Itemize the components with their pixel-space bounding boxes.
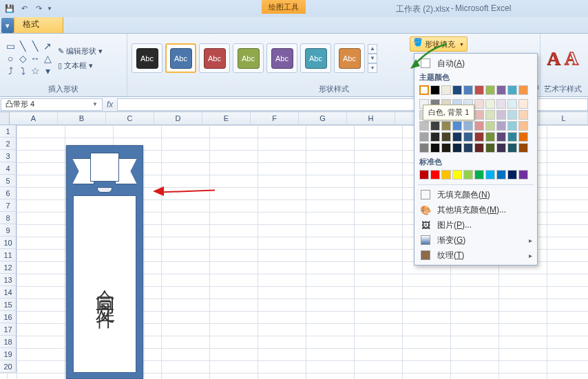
textbox-button[interactable]: ▯ 文本框▾: [58, 58, 103, 72]
shape-diag-icon[interactable]: ◇: [17, 52, 29, 65]
theme-color-swatch[interactable]: [485, 85, 495, 95]
shape-star-icon[interactable]: ☆: [29, 65, 41, 77]
theme-shade-swatch[interactable]: [485, 121, 495, 131]
theme-shade-swatch[interactable]: [474, 110, 484, 120]
theme-shade-swatch[interactable]: [419, 143, 429, 153]
row-header-7[interactable]: 7: [0, 199, 17, 212]
menu-texture[interactable]: 纹理(T) ▸: [417, 248, 535, 263]
theme-shade-swatch[interactable]: [474, 132, 484, 142]
column-header-F[interactable]: F: [251, 112, 299, 124]
undo-icon[interactable]: ↶: [18, 3, 30, 15]
theme-shade-swatch[interactable]: [419, 121, 429, 131]
row-header-13[interactable]: 13: [0, 274, 17, 286]
theme-shade-swatch[interactable]: [441, 121, 451, 131]
standard-color-swatch[interactable]: [518, 170, 528, 180]
menu-more-colors[interactable]: 🎨 其他填充颜色(M)...: [417, 202, 535, 217]
theme-color-swatch[interactable]: [441, 85, 451, 95]
shape-line-icon[interactable]: ╲: [17, 40, 29, 52]
row-header-12[interactable]: 12: [0, 261, 17, 274]
fx-icon[interactable]: fx: [107, 100, 113, 109]
shape-style-1[interactable]: Abc: [165, 43, 196, 73]
shape-style-2[interactable]: Abc: [199, 43, 230, 73]
column-header-D[interactable]: D: [154, 112, 202, 124]
shape-line2-icon[interactable]: ╲: [29, 40, 41, 52]
save-icon[interactable]: 💾: [3, 3, 16, 15]
theme-shade-swatch[interactable]: [496, 121, 506, 131]
row-header-6[interactable]: 6: [0, 187, 17, 199]
column-header-G[interactable]: G: [299, 112, 347, 124]
menu-no-fill[interactable]: 无填充颜色(N): [417, 187, 535, 202]
shape-rect-icon[interactable]: ▭: [4, 40, 17, 52]
theme-shade-swatch[interactable]: [474, 99, 484, 109]
row-header-9[interactable]: 9: [0, 224, 17, 237]
file-tab[interactable]: ▾: [1, 18, 14, 33]
redo-icon[interactable]: ↷: [32, 3, 45, 15]
row-header-16[interactable]: 16: [0, 311, 17, 323]
theme-color-swatch[interactable]: [507, 85, 517, 95]
row-header-8[interactable]: 8: [0, 212, 17, 224]
theme-color-swatch[interactable]: [452, 85, 462, 95]
standard-color-swatch[interactable]: [430, 170, 440, 180]
theme-shade-swatch[interactable]: [419, 132, 429, 142]
theme-shade-swatch[interactable]: [496, 143, 506, 153]
qat-customize-icon[interactable]: ▼: [47, 6, 52, 12]
theme-shade-swatch[interactable]: [507, 132, 517, 142]
shape-style-6[interactable]: Abc: [334, 43, 365, 73]
standard-color-swatch[interactable]: [419, 170, 429, 180]
row-header-11[interactable]: 11: [0, 249, 17, 261]
standard-color-swatch[interactable]: [496, 170, 506, 180]
theme-shade-swatch[interactable]: [452, 121, 462, 131]
theme-shade-swatch[interactable]: [485, 99, 495, 109]
standard-color-swatch[interactable]: [452, 170, 462, 180]
theme-shade-swatch[interactable]: [485, 110, 495, 120]
theme-color-swatch[interactable]: [474, 85, 484, 95]
shape-fill-button[interactable]: 形状填充 ▼: [410, 36, 468, 52]
theme-shade-swatch[interactable]: [518, 121, 528, 131]
theme-shade-swatch[interactable]: [452, 132, 462, 142]
theme-shade-swatch[interactable]: [485, 132, 495, 142]
menu-gradient[interactable]: 渐变(G) ▸: [417, 232, 535, 248]
theme-shade-swatch[interactable]: [430, 132, 440, 142]
name-box[interactable]: 凸带形 4 ▼: [1, 98, 103, 111]
row-header-4[interactable]: 4: [0, 162, 17, 175]
row-header-15[interactable]: 15: [0, 299, 17, 311]
theme-shade-swatch[interactable]: [518, 132, 528, 142]
row-header-19[interactable]: 19: [0, 348, 17, 360]
theme-shade-swatch[interactable]: [430, 121, 440, 131]
menu-auto[interactable]: 自动(A): [417, 56, 535, 71]
standard-color-swatch[interactable]: [507, 170, 517, 180]
theme-shade-swatch[interactable]: [507, 121, 517, 131]
row-header-5[interactable]: 5: [0, 175, 17, 187]
shape-style-4[interactable]: Abc: [266, 43, 297, 73]
standard-color-swatch[interactable]: [474, 170, 484, 180]
tab-格式[interactable]: 格式: [14, 15, 63, 33]
theme-shade-swatch[interactable]: [430, 143, 440, 153]
shape-curve-icon[interactable]: ⤵: [17, 65, 29, 77]
row-header-10[interactable]: 10: [0, 237, 17, 249]
shape-oval-icon[interactable]: ○: [4, 52, 17, 65]
shape-triangle-icon[interactable]: △: [41, 52, 54, 65]
gallery-up-icon[interactable]: ▲: [368, 44, 377, 54]
standard-color-swatch[interactable]: [463, 170, 473, 180]
theme-shade-swatch[interactable]: [463, 132, 473, 142]
theme-color-swatch[interactable]: [430, 85, 440, 95]
theme-shade-swatch[interactable]: [441, 143, 451, 153]
row-header-1[interactable]: 1: [0, 125, 17, 138]
shape-style-0[interactable]: Abc: [132, 43, 162, 73]
standard-color-swatch[interactable]: [485, 170, 495, 180]
theme-shade-swatch[interactable]: [496, 132, 506, 142]
theme-shade-swatch[interactable]: [485, 143, 495, 153]
theme-color-swatch[interactable]: [518, 85, 528, 95]
column-header-A[interactable]: A: [10, 112, 58, 124]
shape-gallery[interactable]: ▭ ╲ ╲ ↗ ○ ◇ ↔ △ ⤴ ⤵ ☆ ▾: [4, 40, 54, 77]
standard-color-swatch[interactable]: [441, 170, 451, 180]
theme-shade-swatch[interactable]: [507, 143, 517, 153]
bookmark-shape[interactable]: 合同文件: [66, 145, 143, 379]
theme-shade-swatch[interactable]: [496, 99, 506, 109]
row-header-17[interactable]: 17: [0, 323, 17, 336]
shape-connector-icon[interactable]: ⤴: [4, 65, 17, 77]
theme-shade-swatch[interactable]: [507, 99, 517, 109]
column-header-E[interactable]: E: [202, 112, 251, 124]
theme-shade-swatch[interactable]: [518, 143, 528, 153]
theme-shade-swatch[interactable]: [518, 110, 528, 120]
